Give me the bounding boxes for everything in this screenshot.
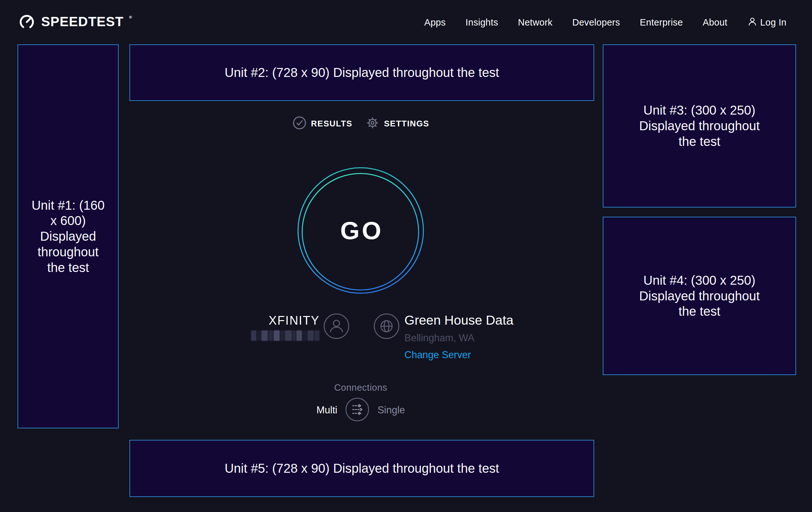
nav-item-enterprise[interactable]: Enterprise	[640, 17, 683, 28]
go-button[interactable]: GO	[294, 163, 428, 297]
nav-item-about[interactable]: About	[703, 17, 727, 28]
ad-unit-4-text: Unit #4: (300 x 250) Displayed throughou…	[629, 273, 770, 319]
server-globe-icon	[373, 313, 400, 341]
ad-unit-3-text: Unit #3: (300 x 250) Displayed throughou…	[629, 103, 770, 149]
main-content: RESULTS	[119, 0, 603, 512]
tab-results-label: RESULTS	[311, 119, 352, 129]
server-block: Green House Data Bellingham, WA Change S…	[404, 314, 514, 361]
go-button-label: GO	[294, 163, 428, 297]
tab-settings-label: SETTINGS	[384, 119, 429, 129]
connections-label: Connections	[334, 382, 387, 393]
login-button[interactable]: Log In	[747, 16, 786, 29]
connections-toggle-icon[interactable]	[345, 397, 370, 423]
ad-unit-1-text: Unit #1: (160 x 600) Displayed throughou…	[30, 197, 107, 275]
ad-unit-4: Unit #4: (300 x 250) Displayed throughou…	[603, 217, 796, 375]
logo[interactable]: SPEEDTEST ®	[18, 12, 132, 32]
connections-toggle-row: Multi Single	[316, 397, 405, 423]
isp-person-icon	[323, 313, 350, 341]
connections-option-multi[interactable]: Multi	[316, 404, 337, 416]
change-server-link[interactable]: Change Server	[404, 349, 471, 361]
tab-results[interactable]: RESULTS	[292, 115, 352, 132]
login-label: Log In	[760, 17, 786, 28]
check-circle-icon	[292, 115, 307, 132]
login-person-icon	[747, 16, 757, 29]
ad-unit-3: Unit #3: (300 x 250) Displayed throughou…	[603, 44, 796, 208]
server-name: Green House Data	[404, 314, 514, 327]
gear-icon	[365, 115, 380, 132]
redacted-ip-address	[251, 330, 320, 341]
logo-text: SPEEDTEST	[41, 12, 124, 31]
tabs-bar: RESULTS	[292, 115, 429, 132]
ad-unit-1: Unit #1: (160 x 600) Displayed throughou…	[18, 44, 119, 428]
provider-name: XFINITY	[268, 315, 320, 327]
tab-settings[interactable]: SETTINGS	[365, 115, 429, 132]
connections-option-single[interactable]: Single	[378, 404, 405, 416]
provider-block: XFINITY	[251, 315, 320, 341]
speedtest-page: SPEEDTEST ® Apps Insights Network Develo…	[0, 0, 812, 512]
speedometer-logo-icon	[18, 12, 36, 32]
server-location: Bellingham, WA	[404, 332, 474, 344]
